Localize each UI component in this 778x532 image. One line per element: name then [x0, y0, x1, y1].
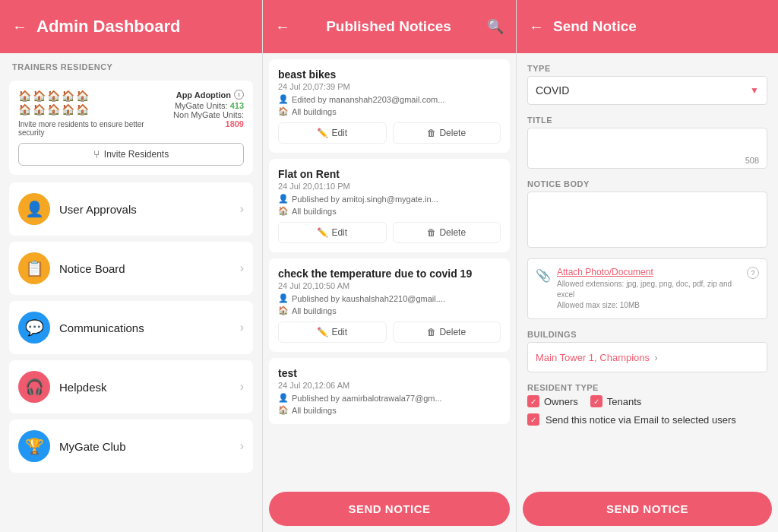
- invite-residents-button[interactable]: ⑂ Invite Residents: [18, 143, 244, 166]
- attach-group: 📎 Attach Photo/Document Allowed extensio…: [527, 258, 767, 319]
- adoption-card: 🏠 🏠 🏠 🏠 🏠 🏠 🏠 🏠 🏠 🏠 Invite more resident…: [9, 81, 253, 175]
- app-adoption-col: App Adoption i MyGate Units: 413 Non MyG…: [160, 90, 244, 128]
- search-icon[interactable]: 🔍: [487, 18, 504, 35]
- menu-item-mygate-club[interactable]: 🏆 MyGate Club ›: [9, 420, 253, 473]
- resident-type-group: RESIDENT TYPE ✓ Owners ✓ Tenants ✓: [527, 383, 767, 426]
- checkmark-icon-owners: ✓: [530, 397, 536, 406]
- notice-meta-2: 👤 Published by amitoj.singh@mygate.in...: [278, 194, 501, 204]
- owners-checkbox[interactable]: ✓ Owners: [527, 395, 578, 407]
- type-select[interactable]: COVID: [528, 77, 767, 104]
- menu-item-user-approvals[interactable]: 👤 User Approvals ›: [9, 182, 253, 236]
- notice-body-label: NOTICE BODY: [527, 179, 767, 188]
- non-mygate-units: Non MyGate Units: 1809: [160, 110, 244, 128]
- menu-item-communications[interactable]: 💬 Communications ›: [9, 301, 253, 354]
- checkmark-icon-tenants: ✓: [593, 397, 599, 406]
- notice-meta-1: 👤 Edited by mananshah2203@gmail.com...: [278, 94, 501, 104]
- notice-buildings-2: 🏠 All buildings: [278, 206, 501, 216]
- delete-button-1[interactable]: 🗑 Delete: [393, 122, 501, 144]
- stars-row-2: 🏠 🏠 🏠 🏠 🏠: [18, 103, 160, 116]
- mygate-club-label: MyGate Club: [59, 440, 231, 453]
- menu-item-helpdesk[interactable]: 🎧 Helpdesk ›: [9, 360, 253, 413]
- edit-icon-3: ✏️: [317, 327, 328, 337]
- chevron-right-icon: ›: [240, 202, 244, 216]
- chevron-right-icon-4: ›: [240, 380, 244, 394]
- buildings-link[interactable]: Main Tower 1, Champions: [536, 352, 650, 363]
- title-input[interactable]: [528, 128, 767, 156]
- type-label: TYPE: [527, 64, 767, 73]
- person-icon-4: 👤: [278, 393, 289, 403]
- panel3-header: ← Send Notice: [517, 0, 778, 53]
- notice-card-1: beast bikes 24 Jul 20,07:39 PM 👤 Edited …: [269, 59, 510, 153]
- person-icon-1: 👤: [278, 94, 289, 104]
- notice-body-textarea[interactable]: [528, 192, 767, 244]
- admin-dashboard-panel: ← Admin Dashboard TRAINERS RESIDENCY 🏠 🏠…: [0, 0, 262, 532]
- owners-checkbox-box: ✓: [527, 395, 539, 407]
- checkbox-row: ✓ Owners ✓ Tenants: [527, 395, 767, 407]
- panel1-title: Admin Dashboard: [36, 17, 180, 36]
- star-4: 🏠: [62, 90, 74, 102]
- send-notice-button-panel2[interactable]: SEND NOTICE: [269, 492, 510, 526]
- delete-button-3[interactable]: 🗑 Delete: [393, 321, 501, 343]
- user-approvals-icon: 👤: [25, 200, 44, 218]
- notice-buildings-1: 🏠 All buildings: [278, 106, 501, 116]
- attach-content: Attach Photo/Document Allowed extensions…: [557, 267, 741, 311]
- invite-text: Invite more residents to ensure better s…: [18, 120, 160, 137]
- mygate-club-icon-wrap: 🏆: [18, 430, 50, 462]
- tenants-checkbox-box: ✓: [590, 395, 602, 407]
- panel2-back-button[interactable]: ←: [275, 18, 290, 36]
- edit-button-2[interactable]: ✏️ Edit: [278, 222, 387, 243]
- menu-item-notice-board[interactable]: 📋 Notice Board ›: [9, 242, 253, 295]
- info-icon[interactable]: i: [234, 90, 244, 100]
- edit-icon-2: ✏️: [317, 227, 328, 238]
- trash-icon-2: 🗑: [427, 227, 436, 238]
- star-3: 🏠: [47, 90, 60, 102]
- notice-actions-3: ✏️ Edit 🗑 Delete: [278, 321, 501, 343]
- owners-label: Owners: [544, 396, 578, 407]
- notice-title-3: check the temperature due to covid 19: [278, 268, 501, 280]
- panel3-title: Send Notice: [553, 18, 637, 35]
- notice-actions-2: ✏️ Edit 🗑 Delete: [278, 222, 501, 243]
- panel1-header: ← Admin Dashboard: [0, 0, 262, 53]
- notices-list: beast bikes 24 Jul 20,07:39 PM 👤 Edited …: [263, 53, 516, 486]
- star-1: 🏠: [18, 90, 31, 102]
- notice-buildings-4: 🏠 All buildings: [278, 405, 501, 415]
- user-approvals-label: User Approvals: [59, 203, 231, 216]
- attach-icon: 📎: [536, 268, 551, 283]
- chevron-right-icon-3: ›: [240, 321, 244, 334]
- panel3-back-button[interactable]: ←: [529, 18, 544, 36]
- type-select-wrap: COVID ▼: [527, 76, 767, 105]
- attach-link[interactable]: Attach Photo/Document: [557, 267, 741, 277]
- notice-body-wrap: [527, 192, 767, 248]
- email-notice-checkbox[interactable]: ✓ Send this notice via Email to selected…: [527, 413, 767, 426]
- resident-type-label: RESIDENT TYPE: [527, 383, 767, 392]
- send-notice-form: TYPE COVID ▼ TITLE 508 NOTICE BODY �: [517, 53, 778, 486]
- tenants-checkbox[interactable]: ✓ Tenants: [590, 395, 642, 407]
- chevron-right-icon-2: ›: [240, 261, 244, 275]
- star-6: 🏠: [18, 103, 31, 116]
- star-10: 🏠: [76, 103, 89, 116]
- notice-date-4: 24 Jul 20,12:06 AM: [278, 381, 501, 390]
- attach-info: Allowed extensions: jpg, jpeg, png, doc,…: [557, 279, 741, 311]
- notice-board-icon-wrap: 📋: [18, 252, 50, 284]
- email-checkbox-box: ✓: [527, 413, 539, 426]
- star-9: 🏠: [62, 103, 74, 116]
- delete-button-2[interactable]: 🗑 Delete: [393, 222, 501, 243]
- panel1-back-button[interactable]: ←: [12, 18, 27, 36]
- app-adoption-label: App Adoption i: [160, 90, 244, 100]
- helpdesk-label: Helpdesk: [59, 381, 231, 394]
- notice-body-group: NOTICE BODY: [527, 179, 767, 248]
- type-group: TYPE COVID ▼: [527, 64, 767, 105]
- person-icon-3: 👤: [278, 293, 289, 303]
- person-icon-2: 👤: [278, 194, 289, 204]
- user-approvals-icon-wrap: 👤: [18, 193, 50, 225]
- notice-board-label: Notice Board: [59, 262, 231, 275]
- building-icon-4: 🏠: [278, 405, 289, 415]
- edit-button-3[interactable]: ✏️ Edit: [278, 321, 387, 343]
- notice-buildings-3: 🏠 All buildings: [278, 306, 501, 315]
- communications-icon: 💬: [25, 318, 44, 337]
- edit-button-1[interactable]: ✏️ Edit: [278, 122, 387, 144]
- panel2-title: Published Notices: [326, 18, 451, 35]
- send-notice-button-panel3[interactable]: SEND NOTICE: [523, 492, 772, 526]
- help-icon[interactable]: ?: [747, 267, 759, 279]
- notice-date-1: 24 Jul 20,07:39 PM: [278, 82, 501, 91]
